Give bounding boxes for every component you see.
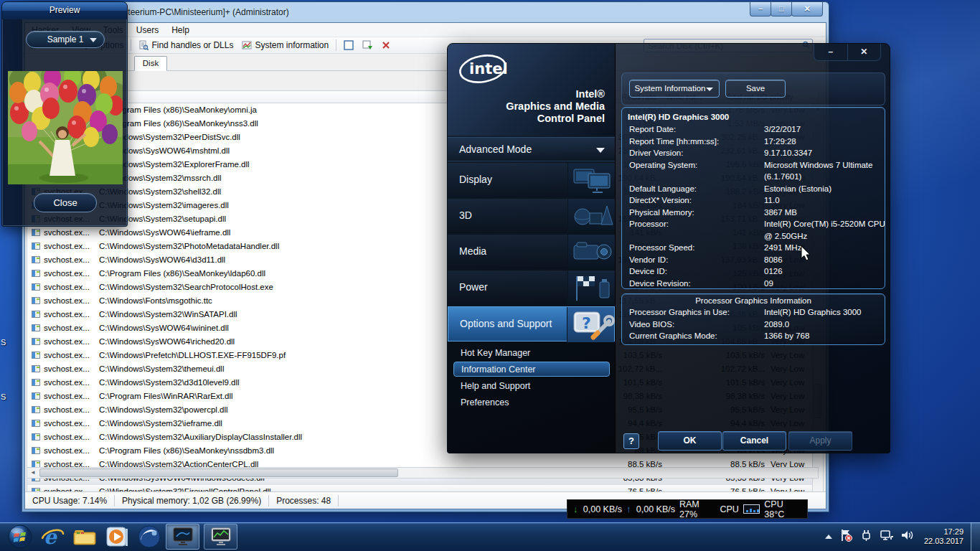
info-label: Report Time [hh:mm:ss]:: [622, 136, 764, 148]
find-handles-button[interactable]: Find handles or DLLs: [134, 38, 237, 52]
intel-brand-area: intel Intel® Graphics and Media Control …: [448, 44, 615, 136]
seamonkey-icon[interactable]: [137, 524, 161, 549]
status-cpu: CPU Usage: 7.14%: [25, 496, 114, 506]
sample-dropdown-label: Sample 1: [47, 34, 84, 44]
net-speed-widget[interactable]: ↓ 0,00 KB/s ↑ 0,00 KB/s RAM 27% CPU CPU …: [567, 499, 808, 519]
process-name: svchost.ex...: [44, 267, 90, 281]
help-button[interactable]: ?: [623, 433, 639, 449]
titlebar[interactable]: Process Hacker [Ministeerium-PC\Ministee…: [22, 2, 829, 22]
process-name: svchost.ex...: [44, 444, 90, 458]
dll-path: C:\Windows\System32\powercpl.dll: [99, 403, 228, 417]
chevron-down-icon: [90, 38, 97, 42]
intel-control-panel-window: – ✕ intel Intel® Graphics and Media Cont…: [447, 43, 890, 453]
sample-dropdown[interactable]: Sample 1: [26, 31, 105, 48]
graphics-heading: Intel(R) HD Graphics 3000: [622, 111, 885, 123]
system-information-panel: Intel(R) HD Graphics 3000 Report Date: 3…: [621, 107, 885, 289]
sidebar-item-options-and-support[interactable]: Options and Support ?: [448, 306, 615, 342]
info-value: 11.0: [764, 194, 890, 207]
cpu-label: CPU: [720, 504, 738, 514]
mode-selector-dropdown[interactable]: Advanced Mode: [448, 137, 615, 161]
close-button[interactable]: ✕: [791, 2, 823, 17]
preview-titlebar[interactable]: Preview: [2, 2, 127, 19]
info-label: Vendor ID:: [622, 254, 764, 266]
dll-path: C:\Windows\SysWOW64\ieframe.dll: [99, 226, 230, 240]
process-name: svchost.ex...: [44, 321, 90, 335]
dll-path: C:\Windows\System32\AuxiliaryDisplayClas…: [99, 430, 302, 444]
start-button[interactable]: [8, 524, 32, 549]
pane-toggle-button[interactable]: [339, 38, 358, 52]
power-plug-icon[interactable]: [859, 529, 873, 545]
system-information-button[interactable]: System information: [237, 38, 333, 52]
new-window-button[interactable]: [358, 38, 377, 52]
subitem-help-and-support[interactable]: Help and Support: [453, 379, 610, 394]
windows-explorer-icon[interactable]: [72, 524, 97, 549]
minimize-button[interactable]: –: [750, 2, 771, 17]
media-player-icon[interactable]: [105, 524, 129, 549]
close-preview-button[interactable]: Close: [34, 193, 97, 212]
sysinfo-toolbar: System Information Save: [621, 72, 885, 105]
scrollbar-thumb[interactable]: [39, 468, 398, 477]
horizontal-scrollbar[interactable]: ◄: [27, 467, 819, 479]
tray-time: 17:29: [924, 527, 963, 537]
menu-help[interactable]: Help: [165, 24, 196, 37]
volume-icon[interactable]: [900, 529, 915, 545]
media-icon: [567, 235, 615, 270]
dll-icon: [32, 433, 40, 441]
dll-path: C:\Program Files (x86)\SeaMonkey\nssdbm3…: [99, 444, 274, 458]
dll-path: C:\Windows\System32\PhotoMetadataHandler…: [99, 240, 279, 253]
pane-icon: [344, 40, 354, 50]
info-row: Video BIOS: 2089.0: [622, 319, 885, 331]
subitem-information-center[interactable]: Information Center: [453, 362, 610, 377]
network-icon[interactable]: [880, 529, 894, 545]
sidebar-item-display[interactable]: Display: [448, 163, 615, 198]
close-button[interactable]: ✕: [848, 44, 881, 60]
system-information-dropdown[interactable]: System Information: [629, 80, 720, 98]
toolbar-separator: [336, 39, 336, 51]
cpu-temperature: CPU 38°C: [764, 499, 801, 519]
tray-overflow-arrow[interactable]: [824, 530, 833, 543]
scroll-left-arrow[interactable]: ◄: [29, 468, 37, 478]
processor-graphics-panel: Processor Graphics Information Processor…: [621, 293, 885, 345]
dll-icon: [32, 229, 40, 236]
desktop-icon-label[interactable]: S: [1, 338, 7, 347]
process-name: svchost.ex...: [44, 349, 90, 362]
subitem-hot-key-manager[interactable]: Hot Key Manager: [453, 346, 610, 361]
taskbar-app-intel-panel[interactable]: [166, 524, 199, 550]
info-value: Intel(R) HD Graphics 3000: [764, 306, 890, 319]
info-row: Driver Version: 9.17.10.3347: [622, 147, 885, 159]
save-button[interactable]: Save: [725, 80, 786, 98]
info-row: Current Graphics Mode: 1366 by 768: [622, 330, 885, 342]
info-row: Vendor ID: 8086: [622, 254, 885, 266]
minimize-button[interactable]: –: [814, 44, 848, 60]
sidebar-item-media[interactable]: Media: [448, 235, 615, 270]
show-desktop-button[interactable]: [971, 522, 980, 551]
brand-title: Intel® Graphics and Media Control Panel: [506, 88, 605, 125]
tray-date: 22.03.2017: [924, 537, 963, 546]
sidebar-item-3d[interactable]: 3D: [448, 199, 615, 234]
close-filter-button[interactable]: [377, 38, 395, 52]
dll-path: C:\Windows\System32\WinSATAPI.dll: [99, 308, 237, 321]
subitem-preferences[interactable]: Preferences: [453, 395, 610, 410]
action-center-flag-icon[interactable]: [839, 529, 853, 545]
info-row: Report Time [hh:mm:ss]: 17:29:28: [622, 136, 885, 148]
dll-path: C:\Windows\System32\themeui.dll: [99, 362, 224, 376]
dll-path: C:\Windows\SysWOW64\d3d11.dll: [99, 253, 225, 267]
dll-icon: [32, 338, 40, 345]
system-information-label: System Information: [634, 84, 705, 93]
sidebar-item-power[interactable]: Power: [448, 270, 615, 306]
taskbar-app-process-hacker[interactable]: [204, 524, 237, 550]
intel-logo: intel: [458, 51, 509, 87]
tray-clock[interactable]: 17:29 22.03.2017: [924, 527, 963, 546]
maximize-button[interactable]: □: [771, 2, 792, 17]
info-label: Video BIOS:: [622, 319, 764, 331]
ok-button[interactable]: OK: [658, 431, 722, 451]
cancel-button[interactable]: Cancel: [722, 431, 786, 451]
dll-icon: [32, 379, 40, 386]
desktop-icon-label[interactable]: S: [1, 392, 7, 401]
3d-icon: [567, 199, 615, 234]
internet-explorer-icon[interactable]: e: [40, 524, 65, 549]
info-row: Processor Graphics in Use: Intel(R) HD G…: [622, 306, 885, 319]
tab-disk[interactable]: Disk: [134, 56, 167, 71]
menu-users[interactable]: Users: [130, 24, 165, 37]
info-value: 9.17.10.3347: [764, 147, 890, 159]
